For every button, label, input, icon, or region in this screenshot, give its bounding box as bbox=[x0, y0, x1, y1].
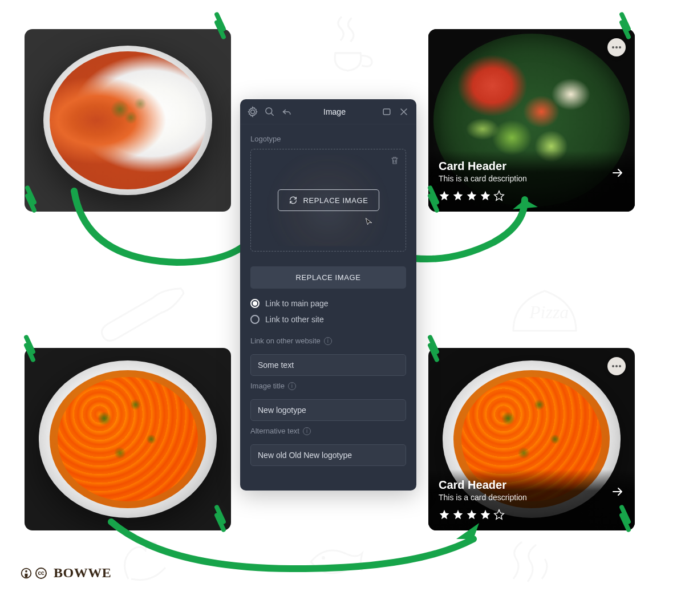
svg-point-1 bbox=[322, 556, 325, 560]
source-image-curry bbox=[25, 29, 231, 212]
panel-title: Image bbox=[288, 107, 381, 116]
svg-point-5 bbox=[612, 365, 614, 367]
svg-point-4 bbox=[619, 46, 621, 48]
preview-card-salad[interactable]: Card Header This is a card description bbox=[428, 29, 635, 212]
link-website-input[interactable] bbox=[250, 354, 406, 376]
preview-card-fried[interactable]: Card Header This is a card description bbox=[428, 348, 635, 530]
link-website-label: Link on other websitei bbox=[250, 337, 406, 345]
link-main-radio[interactable]: Link to main page bbox=[250, 299, 406, 308]
close-icon[interactable] bbox=[398, 106, 410, 117]
card-more-button[interactable] bbox=[607, 38, 626, 56]
cc-icon: cc bbox=[35, 568, 47, 579]
logotype-label: Logotype bbox=[250, 135, 406, 143]
fish-doodle-icon bbox=[299, 536, 374, 587]
card-description: This is a card description bbox=[439, 493, 625, 502]
card-arrow-button[interactable] bbox=[611, 166, 625, 180]
image-dropzone[interactable]: REPLACE IMAGE bbox=[250, 149, 406, 252]
image-settings-panel: Image Logotype REPLACE IMAGE REPLACE IMA… bbox=[240, 99, 416, 491]
attribution-footer: cc BOWWE bbox=[21, 565, 111, 581]
svg-point-8 bbox=[266, 107, 272, 114]
brand-logo: BOWWE bbox=[54, 565, 111, 581]
chili-doodle-icon bbox=[111, 533, 185, 596]
image-title-input[interactable] bbox=[250, 399, 406, 421]
svg-point-11 bbox=[25, 570, 27, 572]
minimize-icon[interactable] bbox=[381, 106, 392, 117]
svg-point-6 bbox=[615, 365, 618, 367]
refresh-icon bbox=[289, 196, 298, 205]
cc-by-icon bbox=[21, 568, 32, 579]
card-rating bbox=[439, 190, 625, 201]
card-description: This is a card description bbox=[439, 174, 625, 183]
steam-doodle-icon bbox=[502, 533, 559, 590]
undo-icon[interactable] bbox=[281, 106, 293, 117]
card-header: Card Header bbox=[439, 160, 625, 173]
info-icon[interactable]: i bbox=[324, 337, 332, 345]
svg-rect-9 bbox=[383, 109, 390, 115]
card-header: Card Header bbox=[439, 479, 625, 492]
svg-point-2 bbox=[612, 46, 614, 48]
alt-text-label: Alternative texti bbox=[250, 427, 406, 435]
bottle-doodle-icon bbox=[86, 266, 200, 362]
info-icon[interactable]: i bbox=[288, 382, 296, 390]
alt-text-input[interactable] bbox=[250, 444, 406, 466]
svg-point-3 bbox=[615, 46, 618, 48]
replace-image-button[interactable]: REPLACE IMAGE bbox=[250, 266, 406, 289]
search-icon[interactable] bbox=[264, 106, 275, 117]
gear-icon[interactable] bbox=[247, 106, 258, 117]
info-icon[interactable]: i bbox=[303, 427, 311, 435]
image-title-label: Image titlei bbox=[250, 382, 406, 390]
svg-text:Pizza: Pizza bbox=[529, 302, 569, 322]
replace-image-inline-button[interactable]: REPLACE IMAGE bbox=[278, 189, 379, 211]
card-rating bbox=[439, 509, 625, 520]
card-arrow-button[interactable] bbox=[611, 485, 625, 499]
coffee-doodle-icon bbox=[317, 7, 379, 87]
pizza-doodle-icon: Pizza bbox=[502, 279, 587, 354]
card-more-button[interactable] bbox=[607, 357, 626, 375]
link-other-radio[interactable]: Link to other site bbox=[250, 315, 406, 324]
trash-icon[interactable] bbox=[390, 155, 400, 165]
source-image-fried bbox=[25, 348, 231, 530]
svg-point-7 bbox=[619, 365, 621, 367]
